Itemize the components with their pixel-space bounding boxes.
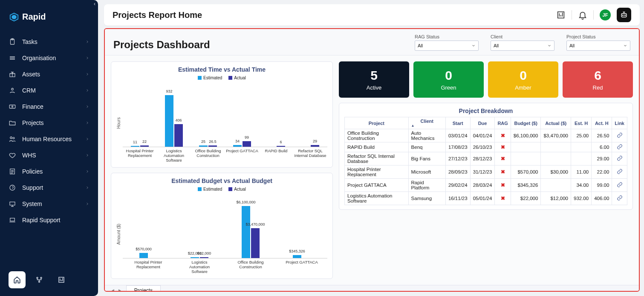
table-row[interactable]: Refactor SQL Internal Database Big Fans … (345, 152, 627, 165)
table-row[interactable]: RAPID Build Benq 17/08/23 26/10/23 ✖ 6.0… (345, 142, 627, 152)
chevron-down-icon (623, 44, 627, 48)
assistant-button[interactable] (617, 8, 631, 22)
bar-actual: 22 (140, 145, 149, 147)
legend-estimated: Estimated (198, 75, 222, 80)
bar-group: $570,000 (139, 253, 157, 258)
chart-title: Estimated Time vs Actual Time (116, 66, 327, 73)
x-axis-label: Project GATTACA (225, 149, 259, 163)
chevron-right-icon (85, 40, 90, 44)
tile-label: Amber (488, 84, 558, 91)
bar-group: $6,100,000 $3,470,000 (242, 206, 260, 258)
user-avatar[interactable]: JF (600, 9, 611, 20)
table-header-start[interactable]: Start (445, 117, 470, 129)
chart-legend: Estimated Actual (116, 75, 327, 81)
sidebar-item-projects[interactable]: Projects (0, 115, 98, 131)
row-link-icon[interactable] (612, 152, 627, 165)
sidebar-item-label: Human Resources (22, 136, 79, 142)
filter-value: All (569, 43, 575, 48)
main-area: Projects Report Home JF Projects Dashboa… (98, 0, 644, 296)
chevron-down-icon (547, 44, 552, 48)
tab-prev-button[interactable]: ◄ (111, 288, 115, 292)
table-row[interactable]: Project GATTACA Rapid Platform 29/02/24 … (345, 179, 627, 192)
brand-name: Rapid (22, 12, 46, 22)
x-axis-label: Office Building Construction (234, 260, 268, 274)
row-link-icon[interactable] (612, 129, 627, 142)
tile-value: 5 (339, 68, 409, 83)
bar-estimated: 11 (131, 146, 139, 147)
chart-plot-area: $570,000 $22,000 $12,000 $6,100,000 $3,4… (123, 194, 327, 258)
table-header-actual-[interactable]: Actual ($) (541, 117, 571, 129)
chart-card-0: Estimated Time vs Actual Time Estimated … (111, 61, 333, 168)
hierarchy-view-button[interactable] (31, 271, 48, 288)
filter-value: All (494, 43, 499, 48)
chart-legend: Estimated Actual (116, 187, 327, 192)
sidebar-item-organisation[interactable]: Organisation (0, 50, 98, 66)
table-row[interactable]: Logistics Automation Software Samsung 16… (345, 192, 627, 205)
filter-rag-status[interactable]: All (415, 41, 479, 51)
clipboard-icon (9, 38, 16, 46)
sidebar-item-system[interactable]: System (0, 196, 98, 212)
sidebar-collapse-button[interactable]: ‹ (94, 1, 95, 7)
dashboard-header: Projects Dashboard RAG Status All Client… (105, 29, 639, 55)
bar-group: 11 22 (131, 145, 149, 147)
sidebar-item-human-resources[interactable]: Human Resources (0, 131, 98, 147)
page-title: Projects Report Home (113, 10, 202, 20)
filter-label: Client (491, 34, 554, 39)
table-header-act-h[interactable]: Act. H (592, 117, 612, 129)
table-header-project[interactable]: Project (345, 117, 409, 129)
x-axis-label: Project GATTACA (285, 260, 319, 274)
row-link-icon[interactable] (612, 192, 627, 205)
bar-group: 6 (267, 146, 285, 147)
stat-tile-active[interactable]: 5 Active (339, 61, 409, 98)
bar-estimated: $345,326 (293, 255, 301, 258)
sidebar-item-label: Tasks (22, 38, 79, 45)
chevron-right-icon (85, 72, 90, 76)
stat-tile-amber[interactable]: 0 Amber (488, 61, 558, 98)
topbar: Projects Report Home JF (104, 4, 640, 26)
sidebar-item-finance[interactable]: Finance (0, 99, 98, 115)
sidebar-item-support[interactable]: Support (0, 180, 98, 196)
stat-tile-red[interactable]: 6 Red (563, 61, 633, 98)
table-header-link[interactable]: Link (612, 117, 627, 129)
svg-rect-6 (9, 105, 15, 108)
sidebar-item-tasks[interactable]: Tasks (0, 34, 98, 50)
report-icon[interactable] (556, 10, 566, 20)
sidebar-item-policies[interactable]: Policies (0, 163, 98, 180)
tab-next-button[interactable]: ► (118, 288, 122, 292)
sidebar-item-whs[interactable]: WHS (0, 147, 98, 163)
table-header-due[interactable]: Due (470, 117, 495, 129)
sidebar-item-rapid-support[interactable]: Rapid Support (0, 212, 98, 228)
x-axis-label: Hospital Printer Replacement (131, 260, 165, 274)
table-row[interactable]: Hospital Printer Replacement Microsoft 2… (345, 165, 627, 179)
rapid-logo-icon (9, 12, 19, 22)
table-row[interactable]: Office Building Construction Auto Mechan… (345, 129, 627, 142)
stat-tile-green[interactable]: 0 Green (413, 61, 484, 98)
bar-group: 34 99 (233, 141, 251, 147)
svg-point-14 (37, 277, 38, 279)
sidebar-item-crm[interactable]: CRM (0, 82, 98, 99)
bar-actual: $12,000 (200, 257, 208, 258)
brand-logo[interactable]: Rapid (0, 8, 98, 34)
home-view-button[interactable] (9, 271, 26, 288)
row-link-icon[interactable] (612, 165, 627, 179)
row-link-icon[interactable] (612, 179, 627, 192)
report-view-button[interactable] (53, 271, 70, 288)
row-link-icon[interactable] (612, 142, 627, 152)
tile-value: 0 (488, 68, 558, 83)
bell-icon[interactable] (578, 10, 587, 20)
table-header-est-h[interactable]: Est. H (571, 117, 591, 129)
bar-actual: 99 (243, 141, 251, 147)
table-header-budget-[interactable]: Budget ($) (511, 117, 541, 129)
table-header-rag[interactable]: RAG (495, 117, 511, 129)
table-header-client[interactable]: Client▲ (408, 117, 445, 129)
sidebar-item-label: System (22, 200, 79, 207)
bar-actual: 26.5 (208, 145, 217, 147)
chart-card-1: Estimated Budget vs Actual Budget Estima… (111, 173, 333, 279)
sidebar-item-assets[interactable]: Assets (0, 66, 98, 82)
filter-project-status[interactable]: All (566, 41, 630, 51)
sidebar-item-label: Assets (22, 71, 79, 78)
filter-client[interactable]: All (491, 41, 554, 51)
table-title: Project Breakdown (344, 107, 627, 114)
sidebar-item-label: CRM (22, 87, 79, 94)
tab-projects[interactable]: Projects (126, 285, 161, 292)
